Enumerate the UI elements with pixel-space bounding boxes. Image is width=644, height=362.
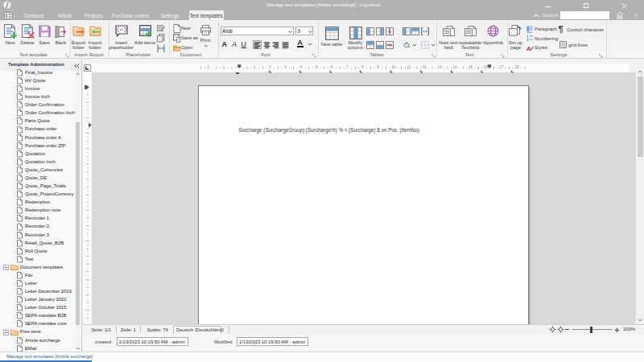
svg-text:4: 4 bbox=[300, 65, 303, 69]
svg-text:1: 1 bbox=[223, 65, 225, 69]
svg-text:10: 10 bbox=[391, 65, 396, 69]
svg-text:5: 5 bbox=[87, 200, 89, 204]
svg-text:2: 2 bbox=[87, 93, 89, 97]
svg-text:15: 15 bbox=[469, 65, 473, 69]
svg-text:2: 2 bbox=[87, 154, 89, 158]
svg-text:13: 13 bbox=[438, 65, 443, 69]
svg-text:8: 8 bbox=[361, 65, 364, 69]
svg-text:17: 17 bbox=[499, 65, 504, 69]
svg-text:11: 11 bbox=[85, 293, 89, 297]
svg-text:7: 7 bbox=[87, 232, 89, 236]
svg-text:1: 1 bbox=[87, 108, 89, 112]
svg-text:11: 11 bbox=[407, 65, 411, 69]
svg-text:9: 9 bbox=[87, 262, 89, 266]
svg-text:3: 3 bbox=[284, 65, 287, 69]
svg-text:18: 18 bbox=[514, 65, 519, 69]
svg-text:6: 6 bbox=[87, 216, 89, 220]
svg-text:5: 5 bbox=[316, 65, 318, 69]
svg-text:8: 8 bbox=[87, 247, 89, 251]
svg-text:14: 14 bbox=[453, 65, 458, 69]
svg-text:A: A bbox=[526, 44, 531, 51]
svg-text:7: 7 bbox=[346, 65, 349, 69]
svg-text:9: 9 bbox=[377, 65, 379, 69]
svg-text:1: 1 bbox=[254, 65, 256, 69]
svg-text:16: 16 bbox=[484, 65, 489, 69]
svg-text:12: 12 bbox=[85, 308, 89, 312]
svg-text:1: 1 bbox=[87, 139, 89, 143]
svg-text:4: 4 bbox=[87, 185, 89, 189]
svg-text:2: 2 bbox=[269, 65, 271, 69]
svg-text:3: 3 bbox=[87, 170, 89, 174]
svg-text:12: 12 bbox=[422, 65, 427, 69]
svg-text:2: 2 bbox=[208, 65, 210, 69]
svg-text:6: 6 bbox=[331, 65, 333, 69]
svg-text:10: 10 bbox=[85, 278, 89, 282]
